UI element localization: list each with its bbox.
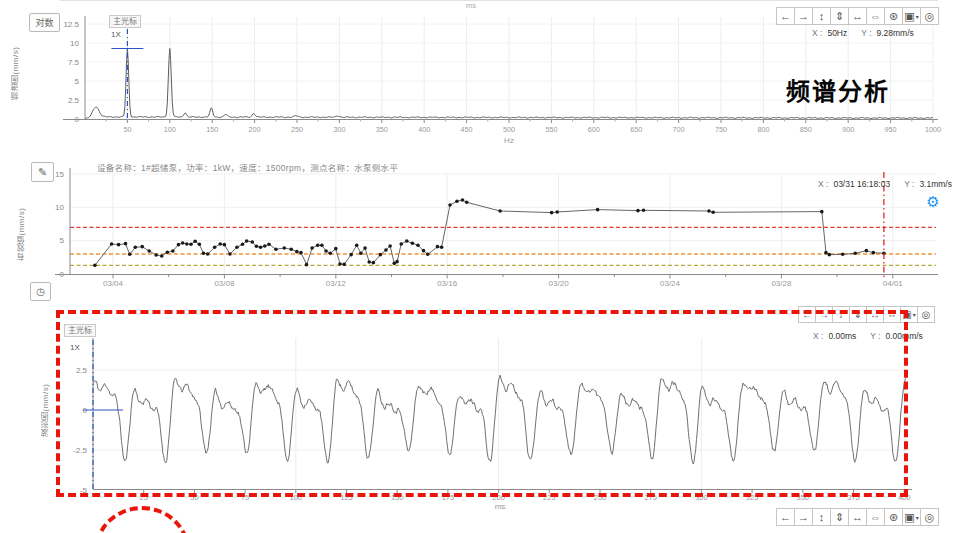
data-point — [405, 239, 409, 243]
caret-down-icon: ▾ — [916, 514, 919, 521]
data-point — [379, 253, 383, 257]
log-scale-button[interactable]: 对数 — [29, 13, 60, 32]
fit-width-button[interactable]: ↔ — [848, 508, 867, 526]
previous-chart-axis-unit: ms — [466, 1, 476, 10]
data-point — [555, 210, 559, 214]
waveform-main-cursor-tag[interactable]: 主光标 — [64, 324, 96, 337]
data-point — [267, 243, 271, 247]
tick-label: 800 — [757, 125, 769, 134]
tick-label: Hz — [504, 136, 514, 145]
zoom-select-button[interactable]: ▣▾ — [902, 508, 921, 526]
tick-label: 50 — [190, 493, 198, 502]
trend-settings-button[interactable]: ⚙ — [923, 192, 943, 212]
fit-height-button[interactable]: ↕ — [812, 7, 831, 25]
tick-label: 750 — [715, 125, 727, 134]
pan-right-button[interactable]: → — [815, 306, 833, 323]
fit-width-button[interactable]: ↔ — [866, 306, 884, 323]
data-point — [160, 254, 164, 258]
compress-height-icon: ⇕ — [835, 511, 844, 524]
tick-label: 225 — [543, 493, 556, 502]
reset-zoom-button[interactable]: ◎ — [917, 306, 935, 323]
waveform-y-axis-label: 波形图(mm/s) — [40, 368, 51, 452]
tick-label: 350 — [376, 125, 388, 134]
readout-y-value: 9.28mm/s — [877, 28, 914, 38]
data-point — [140, 245, 144, 249]
compress-width-button[interactable]: ⇔ — [883, 306, 901, 323]
compress-height-button[interactable]: ⇕ — [830, 508, 849, 526]
gear-icon: ⚙ — [926, 193, 939, 211]
tick-label: 03/08 — [214, 279, 235, 288]
readout-x-value: 0.00ms — [828, 331, 856, 341]
spectrum-main-cursor-tag[interactable]: 主光标 — [109, 15, 141, 28]
compress-width-button[interactable]: ⇔ — [866, 7, 885, 25]
tick-label: 275 — [644, 493, 657, 502]
tick-label: 600 — [588, 125, 600, 134]
reset-zoom-button[interactable]: ◎ — [920, 7, 939, 25]
pan-left-button[interactable]: ← — [776, 508, 795, 526]
fit-height-button[interactable]: ↕ — [812, 508, 831, 526]
data-point — [828, 253, 832, 257]
fit-width-icon: ↔ — [870, 309, 880, 320]
readout-x-prefix: X : — [812, 28, 822, 38]
data-point — [596, 208, 600, 212]
fit-width-button[interactable]: ↔ — [848, 7, 867, 25]
pan-left-button[interactable]: ← — [776, 7, 795, 25]
tick-label: 100 — [164, 125, 176, 134]
tick-label: 550 — [545, 125, 557, 134]
zoom-select-button[interactable]: ▣▾ — [902, 7, 921, 25]
caret-down-icon: ▾ — [913, 311, 916, 318]
compress-height-icon: ⇕ — [835, 10, 844, 23]
data-point — [461, 198, 465, 202]
bottom-toolbar: ←→↕⇕↔⇔⊛▣▾◎ — [777, 508, 939, 526]
data-point — [241, 243, 245, 247]
compress-width-icon: ⇔ — [870, 511, 881, 523]
spectrum-readout: X : 50Hz Y : 9.28mm/s — [812, 28, 914, 38]
tick-label: 0 — [75, 115, 80, 124]
spectrum-toolbar: ←→↕⇕↔⇔⊛▣▾◎ — [777, 7, 939, 25]
pan-right-button[interactable]: → — [794, 7, 813, 25]
spectrum-analysis-annotation: 频谱分析 — [786, 72, 890, 107]
data-point — [228, 252, 232, 256]
data-point — [448, 203, 452, 207]
trend-chart-plot[interactable]: 03/0403/0803/1203/1603/2003/2403/2804/01… — [0, 156, 960, 306]
fit-width-icon: ↔ — [852, 10, 863, 22]
readout-x-prefix: X : — [813, 331, 823, 341]
data-point — [853, 252, 857, 256]
tick-label: 03/24 — [660, 279, 681, 288]
data-point — [289, 248, 293, 252]
readout-x-value: 50Hz — [827, 28, 847, 38]
tick-label: 03/20 — [549, 279, 570, 288]
tick-label: 400 — [898, 493, 911, 502]
edit-button[interactable]: ✎ — [31, 162, 54, 182]
fit-height-button[interactable]: ↕ — [832, 306, 850, 323]
pan-left-button[interactable]: ← — [798, 306, 816, 323]
data-point — [259, 246, 263, 250]
data-point — [342, 263, 346, 267]
autoscale-icon: ⊛ — [889, 511, 898, 524]
data-point — [320, 244, 324, 248]
pan-right-button[interactable]: → — [794, 508, 813, 526]
reset-zoom-button[interactable]: ◎ — [920, 508, 939, 526]
data-point — [384, 248, 388, 252]
autoscale-button[interactable]: ⊛ — [884, 7, 903, 25]
spectrum-y-axis-label: 频谱图(mm/s) — [10, 34, 21, 112]
data-point — [202, 252, 206, 256]
waveform-harmonic-label: 1X — [70, 343, 80, 352]
zoom-select-button[interactable]: ▣▾ — [900, 306, 918, 323]
autoscale-button[interactable]: ⊛ — [884, 508, 903, 526]
waveform-series — [93, 375, 906, 464]
history-button[interactable]: ◷ — [30, 282, 51, 301]
waveform-readout: X : 0.00ms Y : 0.00mm/s — [813, 331, 923, 341]
tick-label: 150 — [206, 125, 218, 134]
data-point — [355, 244, 359, 248]
compress-height-button[interactable]: ⇕ — [849, 306, 867, 323]
data-point — [334, 247, 338, 251]
caret-down-icon: ▾ — [916, 13, 919, 20]
compress-width-button[interactable]: ⇔ — [866, 508, 885, 526]
zoom-select-icon: ▣ — [904, 511, 914, 524]
data-point — [218, 242, 222, 246]
data-point — [206, 252, 210, 256]
data-point — [181, 241, 185, 245]
compress-height-button[interactable]: ⇕ — [830, 7, 849, 25]
tick-label: 15 — [55, 170, 64, 179]
